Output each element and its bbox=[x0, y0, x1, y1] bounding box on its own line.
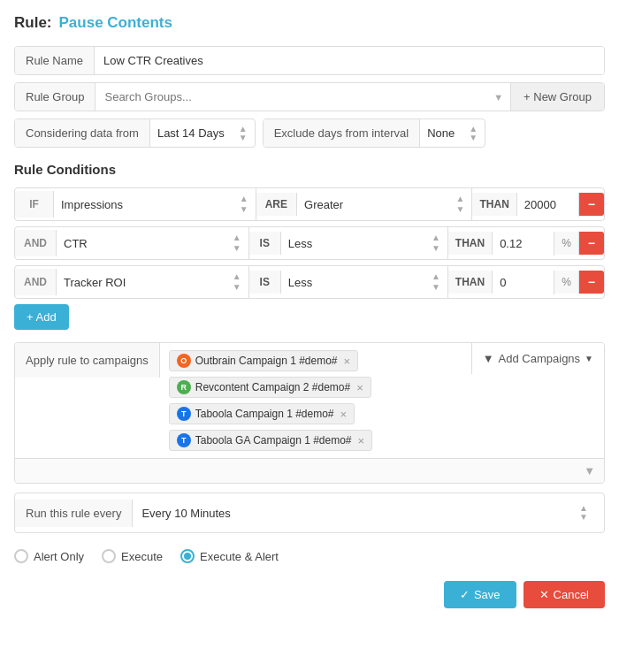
conditions-title: Rule Conditions bbox=[14, 162, 605, 177]
campaign-tag: T Taboola Campaign 1 #demo# × bbox=[169, 403, 355, 424]
condition-metric[interactable]: CTR ▲▼ bbox=[57, 227, 249, 259]
exclude-days-arrows[interactable]: ▲ ▼ bbox=[462, 121, 485, 146]
radio-circle[interactable] bbox=[180, 549, 195, 563]
condition-compare[interactable]: Less ▲▼ bbox=[281, 227, 448, 259]
condition-row: AND CTR ▲▼ IS Less ▲▼ THAN 0.12 % − bbox=[14, 226, 605, 260]
chevron-down-icon[interactable]: ▼ bbox=[486, 85, 510, 110]
new-group-button[interactable]: + New Group bbox=[510, 83, 604, 111]
action-buttons: ✓ Save ✕ Cancel bbox=[14, 581, 605, 608]
remove-campaign-button[interactable]: × bbox=[358, 434, 365, 447]
campaign-tag-name: Outbrain Campaign 1 #demo# bbox=[195, 355, 338, 367]
rule-name-label: Rule Name bbox=[15, 47, 95, 74]
condition-metric[interactable]: Tracker ROI ▲▼ bbox=[57, 266, 249, 298]
radio-item[interactable]: Execute & Alert bbox=[180, 549, 279, 563]
radio-circle[interactable] bbox=[102, 549, 116, 563]
conditions-container: IF Impressions ▲▼ ARE Greater ▲▼ THAN 20… bbox=[14, 187, 605, 299]
condition-operator: IS bbox=[249, 271, 281, 294]
rule-group-search[interactable] bbox=[96, 83, 486, 111]
remove-condition-button[interactable]: − bbox=[579, 271, 604, 294]
taboola-icon: T bbox=[177, 407, 191, 421]
rule-group-label: Rule Group bbox=[15, 83, 96, 111]
radio-item[interactable]: Execute bbox=[102, 549, 163, 563]
check-icon: ✓ bbox=[460, 588, 470, 601]
condition-operator: IS bbox=[249, 232, 281, 255]
run-rule-value: Every 10 Minutes bbox=[141, 507, 572, 520]
data-from-label: Considering data from bbox=[15, 119, 150, 147]
x-icon: ✕ bbox=[539, 588, 549, 601]
metric-arrows[interactable]: ▲▼ bbox=[233, 233, 241, 254]
condition-unit: % bbox=[554, 232, 579, 255]
metric-arrows[interactable]: ▲▼ bbox=[240, 194, 248, 215]
condition-row: IF Impressions ▲▼ ARE Greater ▲▼ THAN 20… bbox=[14, 187, 605, 221]
run-rule-arrows[interactable]: ▲ ▼ bbox=[572, 500, 595, 525]
outbrain-icon: O bbox=[177, 354, 191, 368]
run-rule-select-area: Every 10 Minutes ▲ ▼ bbox=[133, 493, 604, 532]
remove-campaign-button[interactable]: × bbox=[340, 408, 348, 421]
dropdown-icon: ▼ bbox=[585, 354, 593, 363]
campaign-tag: R Revcontent Campaign 2 #demo# × bbox=[169, 377, 371, 398]
condition-value: 20000 bbox=[517, 193, 579, 217]
rule-name-input[interactable] bbox=[95, 47, 604, 74]
condition-prefix: AND bbox=[15, 230, 57, 256]
campaign-tag-name: Taboola GA Campaign 1 #demo# bbox=[195, 434, 352, 447]
campaign-tag-name: Revcontent Campaign 2 #demo# bbox=[195, 381, 350, 393]
rule-title: Pause Contents bbox=[59, 14, 172, 32]
data-from-arrows[interactable]: ▲ ▼ bbox=[232, 121, 255, 146]
condition-prefix: IF bbox=[15, 191, 54, 218]
radio-label: Execute & Alert bbox=[200, 550, 279, 563]
campaign-tag-name: Taboola Campaign 1 #demo# bbox=[195, 408, 334, 420]
filter-icon: ▼ bbox=[483, 352, 494, 365]
data-from-segment: Considering data from Last 14 Days ▲ ▼ bbox=[14, 118, 256, 148]
data-from-row: Considering data from Last 14 Days ▲ ▼ E… bbox=[14, 118, 605, 148]
rule-group-row: Rule Group ▼ + New Group bbox=[14, 82, 605, 111]
condition-row: AND Tracker ROI ▲▼ IS Less ▲▼ THAN 0 % − bbox=[14, 265, 605, 299]
condition-than: THAN bbox=[448, 271, 493, 294]
run-rule-row: Run this rule every Every 10 Minutes ▲ ▼ bbox=[14, 493, 605, 533]
campaigns-section: Apply rule to campaigns O Outbrain Campa… bbox=[14, 342, 605, 484]
cancel-button[interactable]: ✕ Cancel bbox=[523, 581, 605, 608]
compare-arrows[interactable]: ▲▼ bbox=[456, 194, 465, 215]
remove-campaign-button[interactable]: × bbox=[356, 381, 363, 394]
condition-than: THAN bbox=[472, 193, 516, 216]
add-campaigns-button[interactable]: ▼ Add Campaigns ▼ bbox=[471, 343, 604, 374]
condition-value: 0.12 bbox=[493, 232, 554, 256]
condition-operator: ARE bbox=[256, 193, 297, 216]
compare-arrows[interactable]: ▲▼ bbox=[432, 271, 440, 293]
compare-arrows[interactable]: ▲▼ bbox=[432, 233, 440, 254]
campaigns-tags-area: O Outbrain Campaign 1 #demo# × R Revcont… bbox=[160, 343, 471, 458]
execution-options: Alert Only Execute Execute & Alert bbox=[14, 546, 605, 567]
campaigns-label: Apply rule to campaigns bbox=[15, 343, 160, 378]
campaigns-header: Apply rule to campaigns O Outbrain Campa… bbox=[15, 343, 604, 458]
exclude-days-value: None bbox=[420, 119, 462, 147]
radio-circle[interactable] bbox=[14, 549, 28, 563]
campaigns-footer: ▼ bbox=[15, 458, 604, 483]
condition-metric[interactable]: Impressions ▲▼ bbox=[54, 188, 256, 220]
campaign-tag: O Outbrain Campaign 1 #demo# × bbox=[169, 350, 358, 371]
radio-label: Execute bbox=[121, 550, 163, 563]
add-condition-button[interactable]: + Add bbox=[14, 304, 69, 330]
revcontent-icon: R bbox=[177, 380, 191, 394]
data-from-value: Last 14 Days bbox=[150, 119, 232, 147]
remove-condition-button[interactable]: − bbox=[579, 232, 604, 255]
remove-condition-button[interactable]: − bbox=[579, 193, 604, 216]
condition-prefix: AND bbox=[15, 269, 57, 295]
metric-arrows[interactable]: ▲▼ bbox=[233, 271, 241, 293]
rule-name-row: Rule Name bbox=[14, 46, 605, 75]
condition-compare[interactable]: Less ▲▼ bbox=[281, 266, 448, 298]
condition-value: 0 bbox=[493, 271, 554, 294]
radio-item[interactable]: Alert Only bbox=[14, 549, 84, 563]
run-rule-label: Run this rule every bbox=[15, 500, 133, 527]
rule-label: Rule: bbox=[14, 14, 52, 32]
save-button[interactable]: ✓ Save bbox=[444, 581, 516, 608]
campaign-tag: T Taboola GA Campaign 1 #demo# × bbox=[169, 430, 372, 451]
exclude-days-label: Exclude days from interval bbox=[264, 119, 420, 147]
taboola-icon: T bbox=[177, 433, 191, 447]
rule-header: Rule: Pause Contents bbox=[14, 14, 605, 32]
condition-unit: % bbox=[554, 271, 579, 294]
condition-than: THAN bbox=[448, 232, 493, 255]
remove-campaign-button[interactable]: × bbox=[344, 355, 351, 368]
condition-compare[interactable]: Greater ▲▼ bbox=[297, 188, 472, 220]
radio-label: Alert Only bbox=[34, 550, 84, 563]
chevron-down-campaigns-icon[interactable]: ▼ bbox=[584, 464, 595, 477]
exclude-days-segment: Exclude days from interval None ▲ ▼ bbox=[263, 118, 485, 148]
